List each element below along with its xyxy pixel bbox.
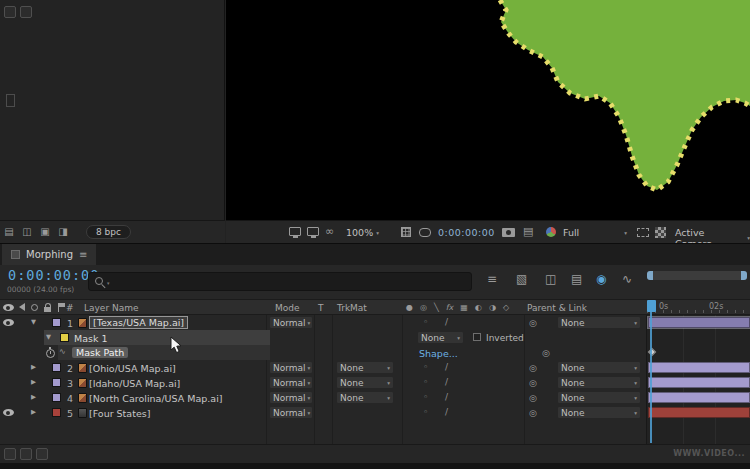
- toggle-inout-duration-button[interactable]: [36, 448, 48, 460]
- current-timecode[interactable]: 0:00:00:00: [8, 267, 99, 283]
- collapse-switch[interactable]: ◦: [423, 317, 428, 327]
- mask-inverted-checkbox[interactable]: [473, 333, 481, 341]
- time-ruler[interactable]: 0s 02s: [647, 300, 750, 314]
- new-folder-icon[interactable]: ◫: [21, 226, 33, 238]
- quality-switch[interactable]: /: [445, 392, 448, 402]
- new-composition-icon[interactable]: ▣: [39, 226, 51, 238]
- search-input[interactable]: [117, 274, 465, 289]
- blend-mode-select[interactable]: Normal▾: [269, 406, 313, 419]
- collapse-switch[interactable]: ◦: [423, 362, 428, 372]
- property-pickwhip-icon[interactable]: ◎: [542, 348, 550, 358]
- property-value-link[interactable]: Shape...: [419, 348, 458, 359]
- trkmat-select[interactable]: None▾: [336, 391, 394, 404]
- playhead-line[interactable]: [650, 300, 652, 443]
- stereo-3d-glasses-icon[interactable]: ∞: [325, 226, 334, 237]
- interpret-footage-icon[interactable]: ▤: [3, 226, 15, 238]
- frame-blending-icon[interactable]: ▤: [571, 273, 582, 285]
- layer-name[interactable]: [Four States]: [89, 408, 150, 419]
- mask-row[interactable]: ▼ Mask 1 None▾ Inverted: [0, 330, 750, 345]
- resolution-select[interactable]: Full▾: [563, 227, 627, 238]
- graph-editor-icon[interactable]: ∿: [622, 273, 632, 285]
- panel-menu-icon[interactable]: ≡: [79, 249, 87, 260]
- toggle-layer-switches-button[interactable]: [4, 448, 16, 460]
- bit-depth-button[interactable]: 8 bpc: [86, 225, 131, 239]
- collapse-switch[interactable]: ◦: [423, 392, 428, 402]
- blend-mode-select[interactable]: Normal▾: [269, 391, 313, 404]
- panel-button-icon[interactable]: [20, 6, 32, 18]
- layer-duration-bar[interactable]: [648, 362, 750, 373]
- transparency-grid-icon[interactable]: [655, 227, 666, 238]
- tab-morphing[interactable]: Morphing ≡: [2, 244, 96, 265]
- show-snapshot-icon[interactable]: ▤: [523, 226, 533, 237]
- composition-view[interactable]: [226, 0, 750, 220]
- layer-name[interactable]: [North Carolina/USA Map.ai]: [89, 393, 223, 404]
- stopwatch-icon[interactable]: [46, 349, 55, 358]
- motion-blur-icon[interactable]: ◉: [596, 273, 606, 285]
- trkmat-select[interactable]: None▾: [336, 361, 394, 374]
- parent-pickwhip-icon[interactable]: ◎: [529, 393, 537, 403]
- label-swatch[interactable]: [52, 318, 61, 327]
- quality-switch[interactable]: /: [445, 362, 448, 372]
- blend-mode-select[interactable]: Normal▾: [269, 376, 313, 389]
- expand-arrow[interactable]: ▼: [31, 319, 36, 326]
- label-swatch[interactable]: [52, 393, 61, 402]
- mask-name[interactable]: Mask 1: [74, 333, 108, 344]
- search-box[interactable]: ▾: [88, 272, 472, 291]
- parent-pickwhip-icon[interactable]: ◎: [529, 318, 537, 328]
- layer-duration-bar[interactable]: [648, 377, 750, 388]
- layer-row-3[interactable]: ▶ 3 [Idaho/USA Map.ai] Normal▾ None▾ ◦ /…: [0, 375, 750, 390]
- expand-arrow[interactable]: ▼: [46, 334, 51, 341]
- quality-switch[interactable]: /: [445, 377, 448, 387]
- label-swatch[interactable]: [52, 408, 61, 417]
- parent-select[interactable]: None▾: [557, 391, 641, 404]
- grid-guides-icon[interactable]: [401, 227, 411, 237]
- parent-select[interactable]: None▾: [557, 361, 641, 374]
- collapse-switch[interactable]: ◦: [423, 407, 428, 417]
- property-name[interactable]: Mask Path: [72, 347, 128, 358]
- quality-switch[interactable]: /: [445, 407, 448, 417]
- expand-arrow[interactable]: ▶: [31, 409, 36, 416]
- panel-button-icon[interactable]: [4, 6, 16, 18]
- parent-pickwhip-icon[interactable]: ◎: [529, 363, 537, 373]
- always-preview-icon[interactable]: [289, 227, 301, 236]
- parent-select[interactable]: None▾: [557, 316, 641, 329]
- expand-arrow[interactable]: ▶: [31, 379, 36, 386]
- mask-mode-select[interactable]: None▾: [417, 331, 464, 344]
- map-shape-with-mask-vertices[interactable]: [226, 0, 750, 220]
- delete-icon[interactable]: ◨: [57, 226, 69, 238]
- snapshot-icon[interactable]: [502, 228, 515, 237]
- region-of-interest-icon[interactable]: [637, 228, 649, 237]
- navigator-start-handle[interactable]: [647, 271, 653, 280]
- magnification-select[interactable]: 100%▾: [346, 227, 379, 238]
- layer-row-2[interactable]: ▶ 2 [Ohio/USA Map.ai] Normal▾ None▾ ◦ / …: [0, 360, 750, 375]
- mini-flowchart-icon[interactable]: ≡: [487, 273, 497, 285]
- layer-name[interactable]: [Texas/USA Map.ai]: [89, 316, 188, 329]
- parent-select[interactable]: None▾: [557, 376, 641, 389]
- trkmat-select[interactable]: None▾: [336, 376, 394, 389]
- hide-shy-layers-icon[interactable]: ◫: [545, 273, 556, 285]
- mask-swatch[interactable]: [60, 333, 69, 342]
- preview-timecode[interactable]: 0:00:00:00: [438, 227, 495, 238]
- expand-arrow[interactable]: ▶: [31, 364, 36, 371]
- label-swatch[interactable]: [52, 363, 61, 372]
- navigator-end-handle[interactable]: [741, 271, 747, 280]
- blend-mode-select[interactable]: Normal▾: [269, 316, 313, 329]
- toggle-transfer-controls-button[interactable]: [20, 448, 32, 460]
- layer-name[interactable]: [Idaho/USA Map.ai]: [89, 378, 180, 389]
- visibility-toggle[interactable]: [3, 409, 14, 416]
- search-options-arrow-icon[interactable]: ▾: [107, 280, 110, 286]
- layer-row-1[interactable]: ▼ 1 [Texas/USA Map.ai] Normal▾ ◦ / ◎ Non…: [0, 315, 750, 330]
- mask-property-row[interactable]: ∿ Mask Path Shape... ◎: [0, 345, 750, 360]
- time-navigator[interactable]: [647, 271, 747, 280]
- collapse-switch[interactable]: ◦: [423, 377, 428, 387]
- mask-visibility-icon[interactable]: [419, 228, 431, 237]
- parent-pickwhip-icon[interactable]: ◎: [529, 408, 537, 418]
- layer-row-4[interactable]: ▶ 4 [North Carolina/USA Map.ai] Normal▾ …: [0, 390, 750, 405]
- playhead-head[interactable]: [647, 300, 656, 312]
- visibility-toggle[interactable]: [3, 319, 14, 326]
- parent-select[interactable]: None▾: [557, 406, 641, 419]
- label-swatch[interactable]: [52, 378, 61, 387]
- channels-icon[interactable]: [546, 227, 556, 237]
- graph-toggle-icon[interactable]: ∿: [59, 347, 66, 356]
- parent-pickwhip-icon[interactable]: ◎: [529, 378, 537, 388]
